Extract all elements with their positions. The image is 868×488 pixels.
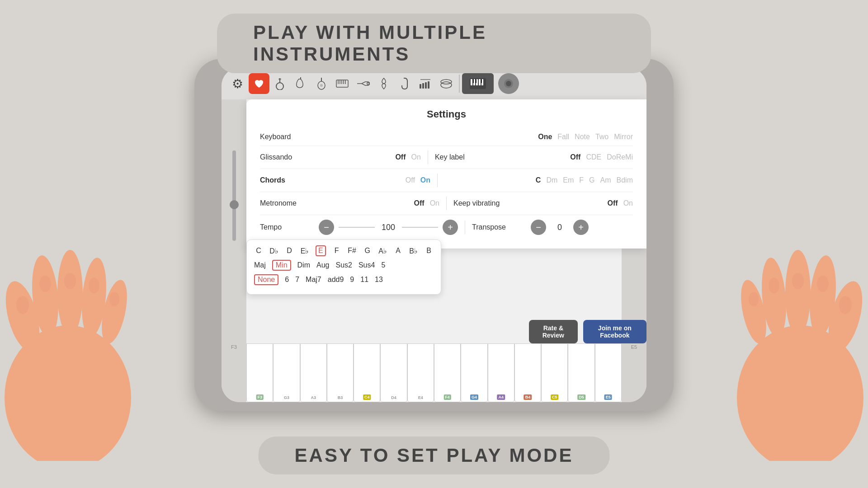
top-banner-text: PLAY WITH MULTIPLE INSTRUMENTS [253,22,487,65]
chord-em[interactable]: Em [563,176,574,184]
d5-key-label: D5 [577,394,585,400]
glissando-on[interactable]: On [411,153,421,161]
chord-note-c[interactable]: C [254,247,263,255]
record-button[interactable] [498,73,519,94]
chord-dm[interactable]: Dm [546,176,557,184]
chords-row: Chords Off On C Dm Em F G Am Bdim [260,169,633,192]
chord-note-g[interactable]: G [363,247,372,255]
key-label-doremi[interactable]: DoReMi [607,153,633,161]
white-key-e4[interactable]: E4 [407,343,434,402]
white-key-f4[interactable]: F4 [434,343,461,402]
chord-note-ab[interactable]: A♭ [378,247,387,255]
white-key-b4[interactable]: B4 [514,343,541,402]
glissando-off[interactable]: Off [395,153,406,161]
instrument-banjo[interactable] [269,73,290,94]
instrument-electric-guitar[interactable] [290,73,311,94]
facebook-button[interactable]: Join me on Facebook [583,320,646,343]
chord-none[interactable]: None [254,274,278,285]
chord-note-db[interactable]: D♭ [269,247,278,255]
metronome-off[interactable]: Off [414,199,425,207]
instrument-heart[interactable] [249,73,269,94]
svg-point-20 [769,278,779,293]
instrument-violin[interactable] [373,73,394,94]
settings-title: Settings [260,108,633,120]
chord-add9[interactable]: add9 [328,276,344,284]
chord-c[interactable]: C [536,176,541,184]
white-key-c5[interactable]: C5 [541,343,568,402]
white-key-c4[interactable]: C4 [354,343,380,402]
chord-am[interactable]: Am [600,176,611,184]
chord-dim[interactable]: Dim [297,261,310,269]
chord-f[interactable]: F [579,176,584,184]
volume-slider-left[interactable] [232,150,236,241]
chord-maj7[interactable]: Maj7 [306,276,321,284]
chord-note-eb[interactable]: E♭ [300,247,309,255]
white-key-d5[interactable]: D5 [568,343,594,402]
keyboard-opt-two[interactable]: Two [595,133,609,141]
metronome-on[interactable]: On [430,199,439,207]
tempo-minus[interactable]: − [319,220,334,235]
chord-note-a[interactable]: A [394,247,403,255]
white-key-e5[interactable]: E5 [595,343,622,402]
chord-note-e[interactable]: E [316,245,326,256]
a3-key-label: A3 [311,395,316,400]
chord-5[interactable]: 5 [381,261,385,269]
chord-maj[interactable]: Maj [254,261,266,269]
transpose-minus[interactable]: − [531,220,546,235]
chord-sus4[interactable]: Sus4 [359,261,375,269]
chord-note-bb[interactable]: B♭ [409,247,418,255]
white-key-a3[interactable]: A3 [300,343,327,402]
chord-min[interactable]: Min [272,260,291,271]
instrument-keyboard[interactable] [332,73,353,94]
chord-7[interactable]: 7 [295,276,299,284]
keyboard-opt-note[interactable]: Note [575,133,590,141]
chord-aug[interactable]: Aug [316,261,329,269]
svg-rect-48 [479,79,481,85]
keyboard-opt-mirror[interactable]: Mirror [614,133,633,141]
chord-13[interactable]: 13 [375,276,383,284]
settings-divider-1 [428,150,428,164]
white-key-g3[interactable]: G3 [273,343,300,402]
white-key-g4[interactable]: G4 [461,343,487,402]
white-key-f3[interactable]: F3 [246,343,273,402]
chord-9[interactable]: 9 [350,276,354,284]
piano-mode-button[interactable] [462,73,494,94]
chord-sus2[interactable]: Sus2 [335,261,352,269]
chord-bdim[interactable]: Bdim [617,176,633,184]
instrument-xylophone[interactable] [415,73,436,94]
chord-g[interactable]: G [589,176,594,184]
svg-rect-51 [475,79,476,83]
instrument-acoustic-guitar[interactable] [311,73,332,94]
bottom-banner-text: EASY TO SET PLAY MODE [295,445,574,466]
white-key-a4[interactable]: A4 [488,343,514,402]
action-buttons-area: Rate & Review Join me on Facebook [529,320,646,343]
chord-6[interactable]: 6 [285,276,289,284]
chord-note-f[interactable]: F [332,247,341,255]
keep-vibrating-off[interactable]: Off [608,199,618,207]
chord-note-fsharp[interactable]: F# [348,247,357,255]
review-button[interactable]: Rate & Review [529,320,578,343]
chord-11[interactable]: 11 [360,276,368,284]
chords-off[interactable]: Off [406,176,415,184]
tempo-plus[interactable]: + [443,220,458,235]
key-label-off[interactable]: Off [570,153,580,161]
chords-on[interactable]: On [420,176,430,184]
key-label-cde[interactable]: CDE [586,153,601,161]
gear-button[interactable]: ⚙ [226,72,249,95]
keep-vibrating-on[interactable]: On [623,199,633,207]
white-key-d4[interactable]: D4 [380,343,407,402]
svg-point-8 [64,273,76,289]
white-key-b3[interactable]: B3 [327,343,354,402]
keyboard-opt-one[interactable]: One [538,133,552,141]
transpose-label: Transpose [472,223,526,231]
transpose-plus[interactable]: + [573,220,589,235]
glissando-options: Off On [395,153,420,161]
chord-note-b[interactable]: B [425,247,434,255]
instrument-trumpet[interactable] [353,73,373,94]
phone-frame: ⚙ [194,59,674,411]
svg-point-21 [749,292,759,306]
instrument-drums[interactable] [436,73,457,94]
keyboard-opt-fall[interactable]: Fall [557,133,569,141]
chord-note-d[interactable]: D [285,247,294,255]
instrument-saxophone[interactable] [394,73,415,94]
